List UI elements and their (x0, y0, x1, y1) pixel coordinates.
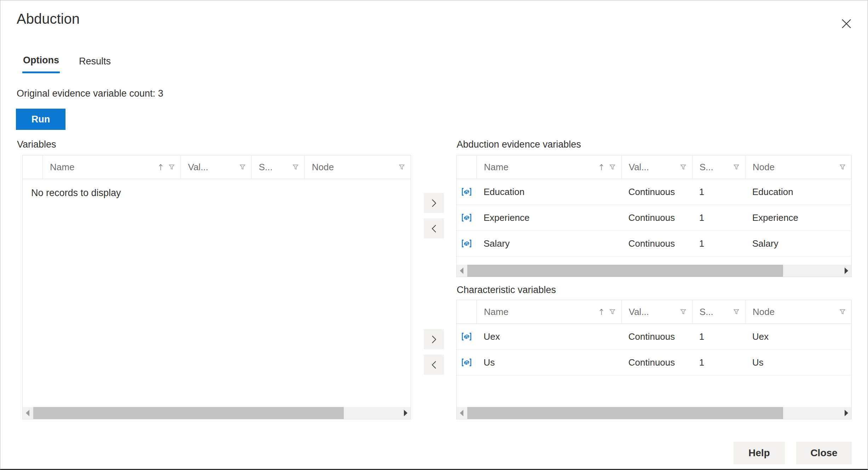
column-header-name[interactable]: Name (42, 155, 181, 179)
header-icons (239, 164, 246, 170)
column-label: Val... (629, 162, 649, 173)
arrow-up-icon (599, 163, 604, 171)
cell-node: Education (745, 187, 851, 197)
table-row[interactable]: ExperienceContinuous1Experience (457, 205, 851, 231)
table-row[interactable]: UexContinuous1Uex (457, 324, 851, 350)
funnel-icon[interactable] (399, 164, 405, 170)
remove-from-evidence-button[interactable] (424, 218, 444, 239)
horizontal-scrollbar[interactable] (23, 407, 411, 419)
column-label: Name (50, 162, 74, 173)
row-icon-cell (457, 358, 476, 367)
funnel-icon[interactable] (839, 164, 846, 170)
funnel-icon[interactable] (239, 164, 246, 170)
column-header-s[interactable]: S... (251, 155, 304, 179)
horizontal-scrollbar[interactable] (457, 407, 851, 419)
header-icons (839, 164, 846, 170)
header-icons (292, 164, 299, 170)
triangle-left-icon[interactable] (26, 410, 29, 416)
table-row[interactable]: SalaryContinuous1Salary (457, 231, 851, 257)
column-header-node[interactable]: Node (745, 155, 851, 179)
table-body: EducationContinuous1EducationExperienceC… (457, 179, 851, 265)
chevron-right-icon (429, 198, 439, 208)
cell-val: Continuous (621, 357, 692, 368)
tab-results[interactable]: Results (78, 53, 112, 73)
column-header-s[interactable]: S... (692, 300, 745, 323)
funnel-icon[interactable] (169, 164, 175, 170)
tab-options[interactable]: Options (22, 53, 60, 73)
cell-node: Us (745, 357, 851, 368)
column-label: S... (699, 306, 713, 317)
column-header-node[interactable]: Node (304, 155, 411, 179)
characteristic-panel-label: Characteristic variables (457, 285, 556, 296)
column-header-val[interactable]: Val... (621, 300, 692, 323)
table-row[interactable]: UsContinuous1Us (457, 350, 851, 376)
cell-name: Education (476, 187, 621, 197)
triangle-right-icon[interactable] (845, 268, 848, 274)
header-icons (733, 309, 739, 315)
triangle-left-icon[interactable] (460, 268, 463, 274)
column-header-name[interactable]: Name (476, 155, 621, 179)
funnel-icon[interactable] (680, 309, 686, 315)
x-icon (840, 17, 853, 30)
scrollbar-thumb[interactable] (33, 407, 344, 419)
column-header-s[interactable]: S... (692, 155, 745, 179)
variables-table: NameVal...S...NodeNo records to display (22, 155, 411, 419)
column-header-node[interactable]: Node (745, 300, 851, 323)
cell-val: Continuous (621, 187, 692, 197)
arrow-up-icon (599, 308, 604, 316)
column-label: Name (484, 306, 508, 317)
chevron-right-icon (429, 334, 439, 345)
table-header-row: NameVal...S...Node (457, 300, 851, 324)
column-label: Node (753, 306, 775, 317)
cell-node: Uex (745, 331, 851, 342)
table-body: No records to display (23, 179, 411, 407)
row-icon-cell (457, 187, 476, 196)
table-row[interactable]: EducationContinuous1Education (457, 179, 851, 205)
column-header-val[interactable]: Val... (621, 155, 692, 179)
remove-from-characteristic-button[interactable] (424, 355, 444, 375)
column-label: Name (484, 162, 508, 173)
cell-node: Experience (745, 212, 851, 223)
column-header-name[interactable]: Name (476, 300, 621, 323)
cell-node: Salary (745, 238, 851, 249)
evidence-panel-label: Abduction evidence variables (457, 139, 581, 150)
abduction-dialog: Abduction Options Results Original evide… (0, 0, 868, 470)
row-icon-cell (457, 332, 476, 341)
column-label: Node (753, 162, 775, 173)
funnel-icon[interactable] (609, 164, 616, 170)
node-icon (461, 332, 472, 341)
cell-name: Salary (476, 238, 621, 249)
cell-s: 1 (692, 187, 745, 197)
help-button[interactable]: Help (733, 442, 785, 464)
header-icons (680, 164, 686, 170)
funnel-icon[interactable] (733, 309, 739, 315)
horizontal-scrollbar[interactable] (457, 265, 851, 277)
evidence-count-text: Original evidence variable count: 3 (17, 88, 163, 99)
column-header-empty (457, 155, 476, 179)
header-icons (599, 163, 616, 171)
run-button[interactable]: Run (16, 109, 65, 130)
scrollbar-thumb[interactable] (467, 407, 783, 419)
triangle-right-icon[interactable] (845, 410, 848, 416)
column-label: Val... (629, 306, 649, 317)
funnel-icon[interactable] (292, 164, 299, 170)
close-icon[interactable] (839, 16, 854, 31)
header-icons (599, 308, 616, 316)
triangle-right-icon[interactable] (404, 410, 407, 416)
column-header-val[interactable]: Val... (181, 155, 251, 179)
move-to-characteristic-button[interactable] (424, 329, 444, 349)
scrollbar-thumb[interactable] (467, 265, 783, 277)
cell-name: Uex (476, 331, 621, 342)
column-label: Node (312, 162, 334, 173)
arrow-up-icon (158, 163, 164, 171)
funnel-icon[interactable] (733, 164, 739, 170)
move-to-evidence-button[interactable] (424, 193, 444, 213)
funnel-icon[interactable] (609, 309, 616, 315)
funnel-icon[interactable] (839, 309, 846, 315)
triangle-left-icon[interactable] (460, 410, 463, 416)
funnel-icon[interactable] (680, 164, 686, 170)
characteristic-variables-table: NameVal...S...NodeUexContinuous1UexUsCon… (456, 300, 852, 419)
dialog-title: Abduction (17, 11, 80, 27)
close-button[interactable]: Close (796, 442, 852, 464)
header-icons (158, 163, 175, 171)
